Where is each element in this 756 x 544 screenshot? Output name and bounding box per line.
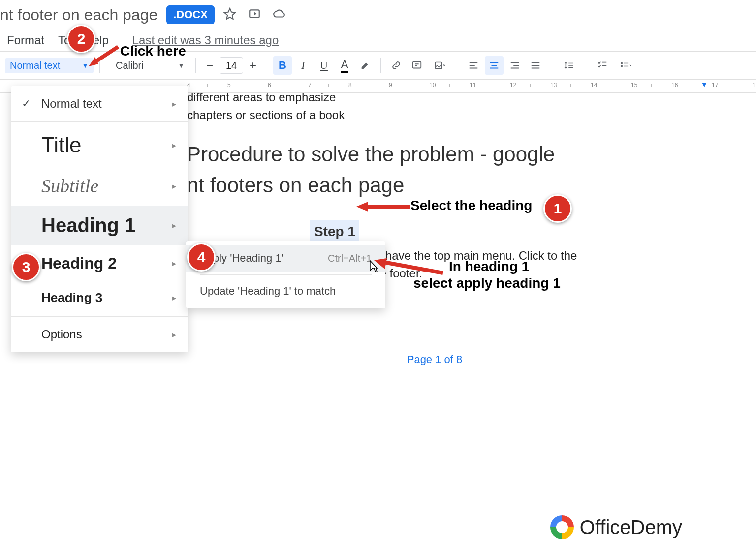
ruler-tick: 13 [550, 82, 557, 89]
ruler-tick: 7 [308, 82, 312, 89]
align-left-button[interactable] [464, 56, 483, 75]
heading1-submenu: Apply 'Heading 1' Ctrl+Alt+1 Update 'Hea… [186, 241, 385, 308]
annotation-step-4: 4 [187, 243, 216, 272]
style-options[interactable]: Options▸ [11, 319, 188, 350]
checklist-button[interactable] [593, 56, 612, 75]
align-right-button[interactable] [505, 56, 524, 75]
font-selector[interactable]: Calibri▼ [111, 58, 189, 73]
ruler-tick: 16 [671, 82, 678, 89]
style-heading-1[interactable]: Heading 1▸ [11, 206, 188, 245]
ruler-marker[interactable]: ▼ [701, 81, 708, 89]
bold-button[interactable]: B [273, 56, 292, 75]
ruler-tick: 9 [389, 82, 392, 89]
style-title[interactable]: Title▸ [11, 124, 188, 166]
highlight-button[interactable] [356, 56, 375, 75]
doc-heading: nt footers on each page [187, 170, 751, 201]
watermark: OfficeDemy [550, 515, 682, 539]
shortcut-label: Ctrl+Alt+1 [328, 253, 372, 264]
svg-point-3 [621, 62, 622, 64]
document-canvas[interactable]: different areas to emphasize chapters or… [187, 89, 751, 367]
italic-button[interactable]: I [294, 56, 313, 75]
ruler-tick: 8 [348, 82, 352, 89]
decrease-font-button[interactable]: − [202, 58, 218, 73]
title-bar: nt footer on each page .DOCX [0, 0, 756, 30]
arrow-icon [374, 258, 443, 278]
body-text: chapters or sections of a book [187, 106, 751, 124]
cursor-icon [368, 260, 381, 276]
apply-heading-1[interactable]: Apply 'Heading 1' Ctrl+Alt+1 [186, 245, 385, 272]
paragraph-style-selector[interactable]: Normal text▼ [5, 58, 94, 73]
annotation-step-3: 3 [12, 253, 40, 281]
style-subtitle[interactable]: Subtitle▸ [11, 166, 188, 206]
annotation-step-2: 2 [67, 25, 95, 53]
arrow-icon [356, 201, 410, 212]
update-heading-1[interactable]: Update 'Heading 1' to match [186, 278, 385, 304]
annotation-step-1: 1 [543, 194, 572, 223]
doc-title[interactable]: nt footer on each page [0, 6, 158, 24]
ruler-tick: 15 [631, 82, 637, 89]
ruler-tick: 6 [268, 82, 271, 89]
insert-image-button[interactable] [428, 56, 452, 75]
style-heading-3[interactable]: Heading 3▸ [11, 281, 188, 314]
ruler-tick: 11 [470, 82, 476, 89]
annotation-select-heading: Select the heading [410, 198, 532, 213]
check-icon: ✓ [22, 97, 31, 110]
doc-heading: Procedure to solve the problem - google [187, 139, 751, 170]
svg-rect-1 [413, 62, 421, 68]
svg-rect-2 [435, 62, 441, 68]
style-normal-text[interactable]: ✓ Normal text▸ [11, 88, 188, 120]
docx-badge: .DOCX [166, 5, 215, 24]
ruler-tick: 18 [752, 82, 756, 89]
styles-dropdown-menu: ✓ Normal text▸ Title▸ Subtitle▸ Heading … [11, 86, 188, 352]
font-size-control: − 14 + [202, 57, 261, 74]
move-icon[interactable] [248, 7, 261, 22]
line-spacing-button[interactable] [557, 56, 581, 75]
align-center-button[interactable] [485, 56, 504, 75]
ruler-tick: 14 [591, 82, 597, 89]
align-justify-button[interactable] [526, 56, 545, 75]
page-indicator: Page 1 of 8 [118, 351, 751, 367]
underline-button[interactable]: U [315, 56, 333, 75]
logo-icon [550, 515, 574, 539]
ruler-tick: 10 [429, 82, 436, 89]
annotation-click-here: Click here [120, 43, 186, 59]
annotation-in-h1-a: In heading 1 [449, 259, 529, 274]
ruler-tick: 17 [712, 82, 718, 89]
step-1-label: Step 1 [310, 220, 359, 243]
svg-point-4 [621, 65, 622, 67]
menu-format[interactable]: Format [7, 33, 44, 47]
star-icon[interactable] [223, 7, 236, 22]
insert-link-button[interactable] [387, 56, 406, 75]
cloud-icon[interactable] [273, 7, 285, 22]
ruler-tick: 5 [227, 82, 231, 89]
ruler-tick: 12 [510, 82, 516, 89]
comment-button[interactable] [408, 56, 426, 75]
font-size-input[interactable]: 14 [220, 57, 243, 74]
bulleted-list-button[interactable] [614, 56, 637, 75]
annotation-in-h1-b: select apply heading 1 [413, 275, 561, 291]
increase-font-button[interactable]: + [245, 58, 261, 73]
body-text: different areas to emphasize [187, 89, 751, 106]
text-color-button[interactable]: A [335, 56, 354, 75]
